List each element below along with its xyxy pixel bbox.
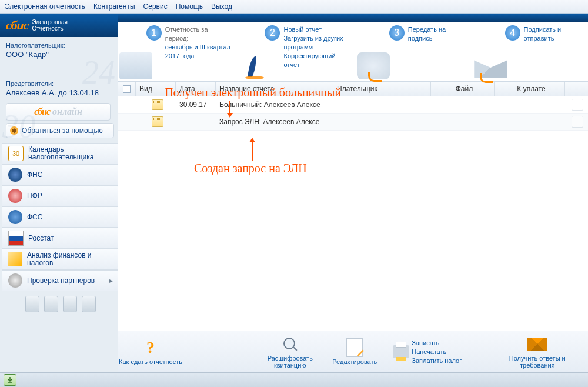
statusbar bbox=[0, 372, 588, 387]
partners-icon bbox=[8, 273, 22, 288]
sidebar: сбис ЭлектроннаяОтчетность 24 30 Налогоп… bbox=[0, 14, 118, 372]
col-date[interactable]: Дата bbox=[176, 82, 216, 96]
step-number: 4 bbox=[505, 25, 520, 41]
question-icon: ? bbox=[146, 344, 155, 351]
badge-icon bbox=[44, 296, 58, 312]
col-actions bbox=[565, 82, 588, 96]
step-number: 1 bbox=[146, 25, 162, 41]
col-pay[interactable]: К уплате bbox=[495, 82, 565, 96]
logo: сбис bbox=[6, 18, 28, 33]
sbis-online-button[interactable]: сбисонлайн bbox=[6, 103, 111, 121]
cert-badges bbox=[6, 296, 115, 312]
document-icon bbox=[152, 116, 163, 127]
bb-edit[interactable]: Редактировать bbox=[322, 338, 387, 365]
fns-icon bbox=[8, 168, 22, 182]
bb-print-group: Записать Напечатать Заплатить налог bbox=[393, 339, 462, 365]
arrow-up-icon bbox=[252, 141, 253, 161]
menubar: Электронная отчетность Контрагенты Серви… bbox=[0, 0, 588, 14]
bb-howto[interactable]: ? Как сдать отчетность bbox=[118, 338, 183, 365]
badge-icon bbox=[82, 296, 96, 312]
download-button[interactable] bbox=[4, 374, 16, 386]
col-file[interactable]: Файл bbox=[431, 82, 495, 96]
step-1[interactable]: 1 Отчетность за период:сентябрь и III кв… bbox=[118, 22, 236, 81]
chevron-right-icon: ▸ bbox=[109, 276, 113, 285]
col-type[interactable]: Вид bbox=[136, 82, 176, 96]
bb-print[interactable]: Напечатать bbox=[412, 348, 462, 356]
help-icon: ✱ bbox=[10, 126, 18, 135]
nav-fss[interactable]: ФСС bbox=[2, 206, 118, 228]
col-checkbox[interactable] bbox=[118, 82, 136, 96]
main-area: 1 Отчетность за период:сентябрь и III кв… bbox=[118, 14, 588, 372]
step-3[interactable]: 3 Передать на подпись bbox=[353, 22, 471, 81]
menu-reporting[interactable]: Электронная отчетность bbox=[5, 2, 85, 11]
bb-save[interactable]: Записать bbox=[412, 339, 462, 348]
bb-get-answers[interactable]: Получить ответы и требования bbox=[499, 335, 576, 369]
typewriter-illustration bbox=[357, 52, 390, 79]
bb-paytax[interactable]: Заплатить налог bbox=[412, 356, 462, 365]
calendar-icon[interactable] bbox=[572, 99, 583, 111]
nav-list: 30 Календарь налогоплательщика ФНС ПФР Ф… bbox=[2, 143, 118, 291]
bottom-toolbar: ? Как сдать отчетность Расшифровать квит… bbox=[118, 331, 588, 372]
rosstat-icon bbox=[8, 231, 24, 246]
fss-icon bbox=[8, 210, 22, 224]
nav-pfr[interactable]: ПФР bbox=[2, 185, 118, 206]
col-name[interactable]: Название отчета bbox=[216, 82, 333, 96]
magnifier-icon bbox=[282, 336, 298, 352]
envelope-illustration bbox=[474, 52, 507, 79]
bb-decrypt[interactable]: Расшифровать квитанцию bbox=[258, 335, 322, 369]
printer-icon bbox=[393, 345, 409, 358]
rep-value[interactable]: Алексеев А.А. до 13.04.18 bbox=[6, 88, 115, 97]
calendar-illustration bbox=[119, 52, 152, 79]
grid-header: Вид Дата Название отчета Плательщик Файл… bbox=[118, 81, 588, 96]
step-4[interactable]: 4 Подписать и отправить bbox=[470, 22, 588, 81]
step-2[interactable]: 2 Новый отчетЗагрузить из других програм… bbox=[236, 22, 353, 81]
envelope-icon bbox=[527, 338, 547, 351]
pen-illustration bbox=[239, 52, 272, 79]
nav-calendar[interactable]: 30 Календарь налогоплательщика bbox=[2, 143, 118, 164]
menu-service[interactable]: Сервис bbox=[143, 2, 168, 11]
svg-point-0 bbox=[245, 76, 264, 79]
logo-subtitle: ЭлектроннаяОтчетность bbox=[32, 19, 67, 32]
brand-bar: сбис ЭлектроннаяОтчетность bbox=[0, 14, 118, 37]
rep-label: Представители: bbox=[6, 80, 115, 87]
arrow-down-icon bbox=[229, 101, 230, 114]
help-button[interactable]: ✱ Обратиться за помощью bbox=[6, 123, 114, 138]
edit-icon bbox=[346, 338, 363, 357]
calendar-icon: 30 bbox=[8, 146, 24, 161]
col-payer[interactable]: Плательщик bbox=[333, 82, 431, 96]
nav-finance[interactable]: Анализ финансов и налогов bbox=[2, 249, 118, 270]
table-row[interactable]: Запрос ЭЛН: Алексеев Алексе bbox=[118, 114, 588, 131]
menu-exit[interactable]: Выход bbox=[211, 2, 232, 11]
nav-fns[interactable]: ФНС bbox=[2, 164, 118, 185]
nav-partners[interactable]: Проверка партнеров ▸ bbox=[2, 270, 118, 291]
table-row[interactable]: 30.09.17 Больничный: Алексеев Алексе bbox=[118, 96, 588, 114]
menu-contractors[interactable]: Контрагенты bbox=[93, 2, 135, 11]
badge-icon bbox=[25, 296, 39, 312]
app-window: Электронная отчетность Контрагенты Серви… bbox=[0, 0, 588, 387]
menu-help[interactable]: Помощь bbox=[176, 2, 203, 11]
calendar-icon[interactable] bbox=[572, 116, 583, 128]
taxpayer-value[interactable]: ООО "Кадр" bbox=[6, 50, 115, 59]
steps-row: 1 Отчетность за период:сентябрь и III кв… bbox=[118, 22, 588, 81]
step-number: 2 bbox=[265, 25, 280, 41]
finance-icon bbox=[8, 252, 22, 266]
taxpayer-label: Налогоплательщик: bbox=[6, 42, 115, 49]
pfr-icon bbox=[8, 189, 22, 203]
badge-icon bbox=[63, 296, 77, 312]
document-icon bbox=[152, 99, 163, 110]
nav-rosstat[interactable]: Росстат bbox=[2, 228, 118, 249]
step-number: 3 bbox=[389, 25, 405, 41]
grid-body: 30.09.17 Больничный: Алексеев Алексе Зап… bbox=[118, 96, 588, 331]
